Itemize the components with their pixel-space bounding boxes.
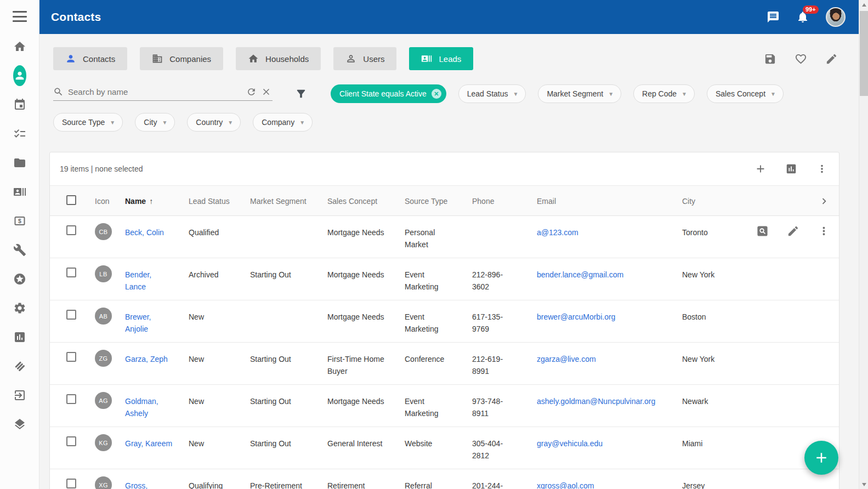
sidebar-item-calendar[interactable] bbox=[13, 98, 26, 111]
contact-email-link[interactable]: gray@vehicula.edu bbox=[537, 439, 603, 448]
column-header-icon[interactable]: Icon bbox=[95, 186, 125, 215]
contact-name-link[interactable]: Garza, Zeph bbox=[125, 355, 168, 363]
tab-users[interactable]: Users bbox=[333, 47, 396, 70]
row-checkbox[interactable] bbox=[66, 268, 76, 277]
filter-chip-country[interactable]: Country▼ bbox=[187, 113, 241, 132]
sidebar-item-contact-card[interactable] bbox=[13, 185, 26, 198]
sidebar-item-folder[interactable] bbox=[13, 156, 26, 169]
contact-name-link[interactable]: Beck, Colin bbox=[125, 228, 164, 237]
sidebar-item-wrench[interactable] bbox=[13, 243, 26, 257]
column-header-market-segment[interactable]: Market Segment bbox=[250, 186, 327, 215]
chevron-right-icon[interactable] bbox=[818, 195, 830, 207]
table-row[interactable]: CB Beck, Colin Qualified Mortgage Needs … bbox=[50, 216, 839, 258]
save-icon bbox=[764, 53, 776, 65]
cell-sales-concept: Mortgage Needs bbox=[327, 216, 405, 258]
sidebar-item-settings[interactable] bbox=[13, 302, 26, 315]
scroll-down-arrow[interactable] bbox=[859, 480, 868, 489]
filter-chip-company[interactable]: Company▼ bbox=[253, 113, 313, 132]
column-header-phone[interactable]: Phone bbox=[472, 186, 537, 215]
filter-chip-city[interactable]: City▼ bbox=[135, 113, 175, 132]
table-row[interactable]: LB Bender, Lance Archived Starting Out M… bbox=[50, 258, 839, 300]
table-row[interactable]: AB Brewer, Anjolie New Mortgage Needs Ev… bbox=[50, 300, 839, 343]
search-input[interactable] bbox=[68, 87, 242, 96]
app-header: Contacts 99+ bbox=[39, 0, 859, 34]
sidebar-item-checklist[interactable] bbox=[13, 127, 26, 140]
column-header-email[interactable]: Email bbox=[537, 186, 682, 215]
contact-name-link[interactable]: Bender, Lance bbox=[125, 270, 151, 291]
contact-name-link[interactable]: Gray, Kareem bbox=[125, 439, 172, 448]
chart-view-button[interactable] bbox=[785, 163, 797, 175]
filter-chip-lead-status[interactable]: Lead Status▼ bbox=[458, 84, 526, 103]
add-contact-fab[interactable] bbox=[804, 441, 838, 475]
chevron-down-icon: ▼ bbox=[162, 120, 167, 126]
cell-phone: 212-619-8991 bbox=[472, 343, 537, 384]
column-header-city[interactable]: City bbox=[682, 186, 746, 215]
refresh-button[interactable] bbox=[246, 87, 257, 97]
menu-icon[interactable] bbox=[13, 11, 27, 22]
row-checkbox[interactable] bbox=[66, 225, 76, 235]
tab-leads[interactable]: Leads bbox=[409, 47, 473, 70]
contact-email-link[interactable]: zgarza@live.com bbox=[537, 355, 596, 363]
sidebar-item-layers[interactable] bbox=[13, 418, 26, 431]
contact-name-link[interactable]: Goldman, Ashely bbox=[125, 397, 158, 418]
sidebar-item-exit[interactable] bbox=[13, 389, 26, 402]
edit-view-button[interactable] bbox=[825, 53, 838, 65]
sidebar-item-star[interactable] bbox=[13, 272, 26, 286]
more-options-button[interactable] bbox=[816, 163, 828, 175]
filter-chip-rep-code[interactable]: Rep Code▼ bbox=[633, 84, 695, 103]
column-header-name[interactable]: Name↑ bbox=[125, 186, 189, 215]
scroll-up-arrow[interactable] bbox=[859, 0, 868, 9]
page-title: Contacts bbox=[51, 10, 101, 24]
clear-search-button[interactable] bbox=[261, 87, 271, 97]
row-checkbox[interactable] bbox=[66, 436, 76, 446]
row-checkbox[interactable] bbox=[66, 394, 76, 404]
contact-email-link[interactable]: xgross@aol.com bbox=[537, 481, 594, 489]
row-checkbox[interactable] bbox=[66, 479, 76, 488]
row-checkbox[interactable] bbox=[66, 310, 76, 320]
column-header-source-type[interactable]: Source Type bbox=[405, 186, 472, 215]
contact-email-link[interactable]: a@123.com bbox=[537, 228, 578, 237]
chat-button[interactable] bbox=[767, 10, 780, 24]
contact-email-link[interactable]: brewer@arcuMorbi.org bbox=[537, 312, 615, 321]
sidebar-item-contacts[interactable] bbox=[13, 69, 26, 82]
table-row[interactable]: AG Goldman, Ashely New Starting Out Mort… bbox=[50, 385, 839, 427]
applied-filter-chip[interactable]: Client State equals Active ✕ bbox=[331, 84, 446, 103]
tab-households[interactable]: Households bbox=[236, 47, 321, 70]
contact-initials-avatar: AB bbox=[95, 308, 112, 325]
table-row[interactable]: KG Gray, Kareem New Starting Out General… bbox=[50, 427, 839, 469]
table-row[interactable]: ZG Garza, Zeph New Starting Out First-Ti… bbox=[50, 343, 839, 385]
more-vert-icon[interactable] bbox=[818, 225, 830, 237]
tab-contacts[interactable]: Contacts bbox=[53, 47, 127, 70]
contact-email-link[interactable]: ashely.goldman@Nuncpulvinar.org bbox=[537, 397, 655, 406]
preview-icon[interactable] bbox=[756, 225, 769, 237]
sidebar-item-home[interactable] bbox=[13, 40, 26, 53]
notifications-button[interactable]: 99+ bbox=[796, 10, 809, 24]
row-checkbox[interactable] bbox=[66, 352, 76, 362]
table-row[interactable]: XG Gross, Qualifying Pre-Retirement Reti… bbox=[50, 469, 839, 489]
cell-sales-concept: General Interest bbox=[327, 427, 405, 469]
add-item-button[interactable] bbox=[754, 163, 767, 175]
filter-chip-market-segment[interactable]: Market Segment▼ bbox=[538, 84, 621, 103]
filter-chip-source-type[interactable]: Source Type▼ bbox=[53, 113, 123, 132]
contact-email-link[interactable]: bender.lance@gmail.com bbox=[537, 270, 623, 279]
sidebar-item-stack[interactable] bbox=[13, 360, 26, 373]
cell-phone: 201-244- bbox=[472, 469, 537, 489]
save-view-button[interactable] bbox=[764, 53, 776, 65]
column-header-lead-status[interactable]: Lead Status bbox=[189, 186, 250, 215]
cell-market-segment: Starting Out bbox=[250, 343, 327, 384]
remove-filter-icon[interactable]: ✕ bbox=[432, 89, 441, 99]
contact-name-link[interactable]: Brewer, Anjolie bbox=[125, 312, 151, 333]
tab-companies[interactable]: Companies bbox=[140, 47, 223, 70]
select-all-checkbox[interactable] bbox=[66, 195, 76, 205]
pencil-icon[interactable] bbox=[787, 225, 799, 237]
user-avatar[interactable] bbox=[826, 7, 846, 27]
sidebar-item-chart[interactable] bbox=[13, 331, 26, 344]
sidebar-item-dollar[interactable]: $ bbox=[13, 214, 26, 228]
column-header-sales-concept[interactable]: Sales Concept bbox=[327, 186, 405, 215]
scrollbar-thumb[interactable] bbox=[860, 11, 868, 96]
contact-name-link[interactable]: Gross, bbox=[125, 481, 147, 489]
favorite-view-button[interactable] bbox=[795, 53, 807, 65]
scrollbar[interactable] bbox=[859, 0, 868, 489]
filter-button[interactable] bbox=[295, 88, 307, 100]
filter-chip-sales-concept[interactable]: Sales Concept▼ bbox=[707, 84, 784, 103]
